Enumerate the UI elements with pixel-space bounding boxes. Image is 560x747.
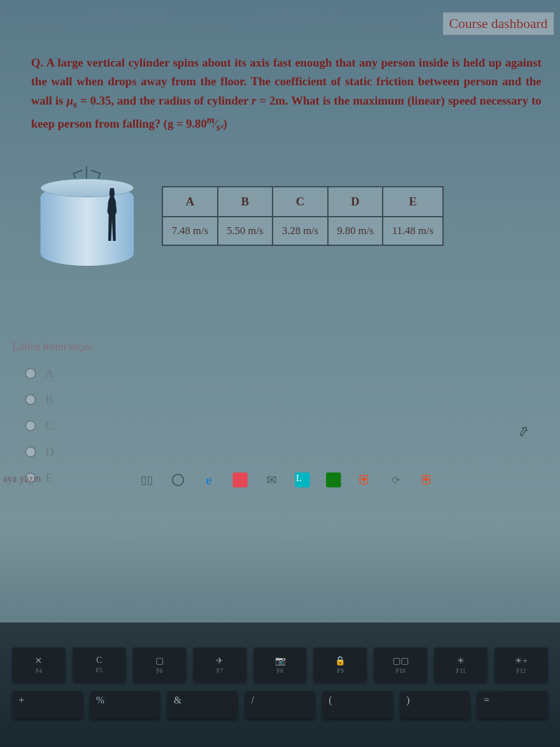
question-text: Q. A large vertical cylinder spins about… [31,54,541,135]
q-mu: μ [67,94,73,107]
q-part-4: = 0.35, and the radius of cylinder [77,94,252,107]
option-c-label: C [45,419,54,433]
key-f7: ✈ F7 [194,647,246,682]
taskbar: ▯▯ e ✉ L ⛨ ⟳ ⛨ [137,470,437,490]
key-lparen: ( [322,691,393,719]
key-f12-icon: ☀+ [515,655,528,666]
key-f10-label: F10 [396,667,406,674]
q-m: m [207,115,214,125]
cylinder-figure [31,160,143,272]
key-percent: % [90,691,161,719]
radio-b-icon[interactable] [25,394,36,405]
option-c[interactable]: C [12,413,541,439]
key-f8-icon: 📷 [275,655,286,666]
cortana-icon[interactable] [168,470,188,490]
keyboard: ✕ F4 C F5 ▢ F6 ✈ F7 📷 F8 🔒 F9 ▢▢ F10 ☀ [0,622,560,747]
key-amp: & [167,691,238,719]
key-f5: C F5 [73,647,126,682]
q-r: r [251,94,256,107]
option-b[interactable]: B [12,387,541,413]
key-f8: 📷 F8 [254,647,307,682]
radio-a-icon[interactable] [25,368,36,379]
key-f5-icon: C [96,655,102,665]
key-f9-label: F9 [337,667,344,674]
radio-c-icon[interactable] [25,420,36,431]
q-s2: s² [217,122,223,133]
key-rparen: ) [400,691,470,719]
option-d-label: D [45,445,54,459]
refresh-icon[interactable]: ⟳ [386,470,406,490]
key-f11: ☀ F11 [434,647,487,682]
key-f12-label: F12 [516,667,526,674]
mail-icon[interactable]: ✉ [261,470,281,490]
table-value-d: 9.80 m/s [328,217,383,245]
key-f9-icon: 🔒 [335,655,345,666]
key-f10-icon: ▢▢ [393,655,409,666]
option-b-label: B [45,393,54,406]
shield1-icon[interactable]: ⛨ [355,470,375,490]
table-header-d: D [328,187,383,217]
app-green-icon[interactable] [324,470,343,490]
key-f7-icon: ✈ [216,655,223,666]
table-value-c: 3.28 m/s [273,217,328,245]
table-value-e: 11.48 m/s [383,217,442,245]
option-e-label: E [45,471,53,485]
option-d[interactable]: D [12,439,541,465]
table-header-e: E [383,187,442,217]
key-f4-icon: ✕ [35,655,42,666]
key-f11-icon: ☀ [457,655,465,666]
shield2-icon[interactable]: ⛨ [417,470,437,490]
key-equals: = [477,691,548,719]
radio-d-icon[interactable] [25,446,36,458]
key-f6: ▢ F6 [133,647,186,682]
table-header-b: B [218,187,273,217]
key-f10: ▢▢ F10 [374,647,427,682]
q-part-9: ) [223,117,227,130]
key-f6-icon: ▢ [156,655,164,666]
answer-table: A B C D E 7.48 m/s 5.50 m/s 3.28 m/s 9.8… [162,186,444,246]
search-input-text[interactable]: aya yazın [0,473,41,484]
table-value-a: 7.48 m/s [162,217,218,245]
key-f5-label: F5 [96,667,103,674]
key-f4: ✕ F4 [12,647,65,682]
key-slash: / [245,691,315,719]
option-a-label: A [45,367,54,380]
table-value-b: 5.50 m/s [218,217,273,245]
store-icon[interactable] [230,470,250,490]
key-f9: 🔒 F9 [314,647,366,682]
key-f12: ☀+ F12 [495,647,548,682]
key-plus: + [12,691,83,719]
course-dashboard-link[interactable]: Course dashboard [443,12,554,35]
table-header-c: C [273,187,328,217]
key-f11-label: F11 [456,667,465,674]
music-icon[interactable]: L [292,470,312,490]
edge-icon[interactable]: e [199,470,219,490]
table-header-a: A [162,187,218,217]
taskview-icon[interactable]: ▯▯ [137,470,157,490]
key-f8-label: F8 [277,667,284,674]
options-prompt: Lütfen birini seçin: [12,341,541,353]
key-f6-label: F6 [156,667,163,674]
option-a[interactable]: A [12,360,541,387]
key-f4-label: F4 [35,667,42,674]
key-f7-label: F7 [217,667,223,674]
